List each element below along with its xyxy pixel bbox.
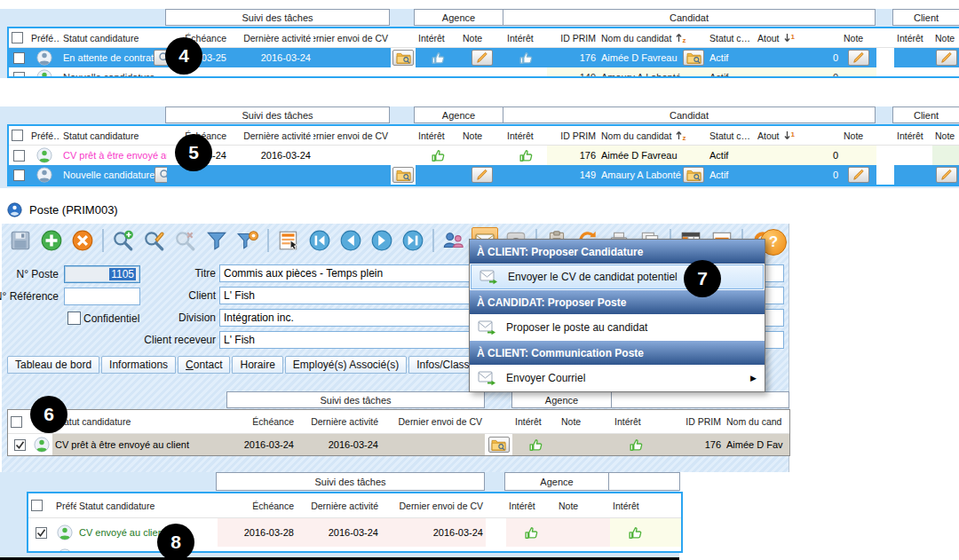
folder-button[interactable] <box>683 50 704 66</box>
column-header[interactable]: Échéance <box>218 493 297 517</box>
column-header[interactable] <box>9 28 28 47</box>
datasheet-button[interactable] <box>275 227 302 254</box>
tab-contact[interactable]: Contact <box>178 356 230 374</box>
no-poste-field[interactable]: 1105 <box>64 265 140 283</box>
search-add-button[interactable] <box>110 227 137 254</box>
column-header[interactable]: Dernière activité <box>229 126 313 145</box>
column-header[interactable]: Dernier envoi de CV <box>313 28 391 47</box>
folder-button[interactable] <box>392 167 414 183</box>
column-header[interactable]: Statut candidature <box>52 410 227 433</box>
tab-employ-s-associ-s-[interactable]: Employé(s) Associé(s) <box>285 356 407 374</box>
add-button[interactable] <box>38 227 65 254</box>
folder-button[interactable] <box>683 167 704 183</box>
column-header[interactable]: Atout1 <box>755 126 841 145</box>
tab-tableau-de-bord[interactable]: Tableau de bord <box>7 356 99 374</box>
save-button[interactable] <box>7 227 34 254</box>
folder-button[interactable] <box>392 50 414 66</box>
folder-button[interactable] <box>488 437 510 453</box>
table-cell <box>612 434 660 455</box>
magnifier-button[interactable] <box>155 167 167 183</box>
nav-last-button[interactable] <box>400 227 426 254</box>
column-header[interactable]: Dernier envoi de CV <box>313 126 391 145</box>
column-header[interactable]: Note <box>460 126 504 145</box>
status-table-second-row-2[interactable]: Nouvelle candidature149Amaury A LabontéA… <box>9 165 959 185</box>
status-table-bottom-row-2[interactable]: Nouvelle candidature <box>28 547 681 551</box>
column-header[interactable]: Statut c… <box>707 126 755 145</box>
column-header[interactable]: Nom du candidatz <box>598 126 707 145</box>
table-cell <box>28 165 60 185</box>
column-header[interactable]: Note <box>559 410 612 433</box>
nav-first-button[interactable] <box>306 227 333 254</box>
column-header[interactable]: Statut c… <box>707 28 755 47</box>
column-header[interactable]: ID PRIM <box>660 410 724 433</box>
column-header[interactable]: Statut candidature <box>60 28 167 47</box>
column-header[interactable]: Intérêt <box>610 493 661 517</box>
pencil-button[interactable] <box>472 50 493 66</box>
column-header[interactable] <box>9 126 28 145</box>
menu-item-send-email-item[interactable]: Envoyer Courriel▶ <box>470 365 765 391</box>
status-table-top-row-2[interactable]: Nouvelle candidature149Amaury A LabontéA… <box>9 67 959 76</box>
column-header[interactable]: Dernière activité <box>297 493 381 517</box>
status-table-top-row-1[interactable]: En attente de contrat2016-03-252016-03-2… <box>9 48 959 67</box>
pencil-button[interactable] <box>936 50 957 66</box>
pencil-button[interactable] <box>848 167 869 183</box>
column-header[interactable]: Nom du cand <box>724 410 789 433</box>
no-reference-field[interactable] <box>64 288 140 305</box>
column-header[interactable]: Statut candidature <box>60 126 167 145</box>
table-cell: 0 <box>755 146 841 165</box>
filter-button[interactable] <box>203 227 230 254</box>
cancel-button[interactable] <box>69 227 96 254</box>
contacts-button[interactable] <box>440 227 467 254</box>
column-header[interactable]: Note <box>556 493 610 517</box>
column-header[interactable] <box>28 493 53 517</box>
column-header[interactable]: Intérêt <box>894 126 932 145</box>
filter-options-button[interactable] <box>234 227 261 254</box>
column-header[interactable] <box>8 410 31 433</box>
status-table-bottom-row-1[interactable]: CV envoyé au client2016-03-282016-03-242… <box>28 518 681 547</box>
column-header[interactable]: Préfé… <box>53 493 76 517</box>
table-cell <box>381 434 485 455</box>
column-header[interactable]: Dernier envoi de CV <box>381 493 486 517</box>
column-header[interactable]: Échéance <box>227 410 297 433</box>
column-header[interactable]: Note <box>460 28 504 47</box>
column-header[interactable]: Intérêt <box>512 410 559 433</box>
column-header[interactable]: Atout1 <box>755 28 841 47</box>
column-header[interactable]: Dernier envoi de CV <box>381 410 485 433</box>
column-header[interactable]: Note <box>932 28 959 47</box>
table-cell: CV prêt à être envoyé au client <box>52 434 227 455</box>
column-header[interactable]: Intérêt <box>506 493 556 517</box>
column-header[interactable]: Intérêt <box>612 410 660 433</box>
column-header[interactable]: Note <box>841 28 876 47</box>
tab-horaire[interactable]: Horaire <box>232 356 282 374</box>
column-header[interactable]: Intérêt <box>894 28 932 47</box>
status-table-window-row-1[interactable]: CV prêt à être envoyé au client2016-03-2… <box>8 434 789 455</box>
column-header[interactable]: Intérêt <box>416 28 460 47</box>
pencil-button[interactable] <box>936 167 957 183</box>
search-edit-button[interactable] <box>141 227 168 254</box>
status-table-second-row-1[interactable]: CV prêt à être envoyé au client2016-03-2… <box>9 146 959 165</box>
pencil-button[interactable] <box>848 50 869 66</box>
column-header[interactable]: Note <box>841 126 876 145</box>
nav-prev-button[interactable] <box>337 227 364 254</box>
pencil-button[interactable] <box>472 167 493 183</box>
column-header[interactable]: Intérêt <box>416 126 460 145</box>
nav-next-button[interactable] <box>369 227 395 254</box>
confidentiel-checkbox[interactable] <box>67 312 81 325</box>
column-header[interactable]: Dernière activité <box>297 410 381 433</box>
column-header[interactable]: Nom du candidatz <box>598 28 707 47</box>
menu-item-propose-position-item[interactable]: Proposer le poste au candidat <box>470 314 765 341</box>
search-clear-button[interactable] <box>172 227 199 254</box>
column-header[interactable]: Intérêt <box>504 126 547 145</box>
column-header[interactable]: ID PRIM <box>547 126 598 145</box>
callout-badge-4: 4 <box>165 37 202 75</box>
cell-text: 2016-03-24 <box>261 150 311 161</box>
tab-informations[interactable]: Informations <box>101 356 176 374</box>
column-header[interactable]: ID PRIM <box>547 28 598 47</box>
column-header[interactable]: Dernière activité <box>229 28 313 47</box>
column-header[interactable]: Note <box>932 126 959 145</box>
column-header <box>391 28 416 47</box>
column-header[interactable]: Préfé… <box>28 28 60 47</box>
column-header[interactable]: Préfé… <box>28 126 60 145</box>
column-header[interactable]: Statut candidature <box>76 493 218 517</box>
column-header[interactable]: Intérêt <box>504 28 547 47</box>
